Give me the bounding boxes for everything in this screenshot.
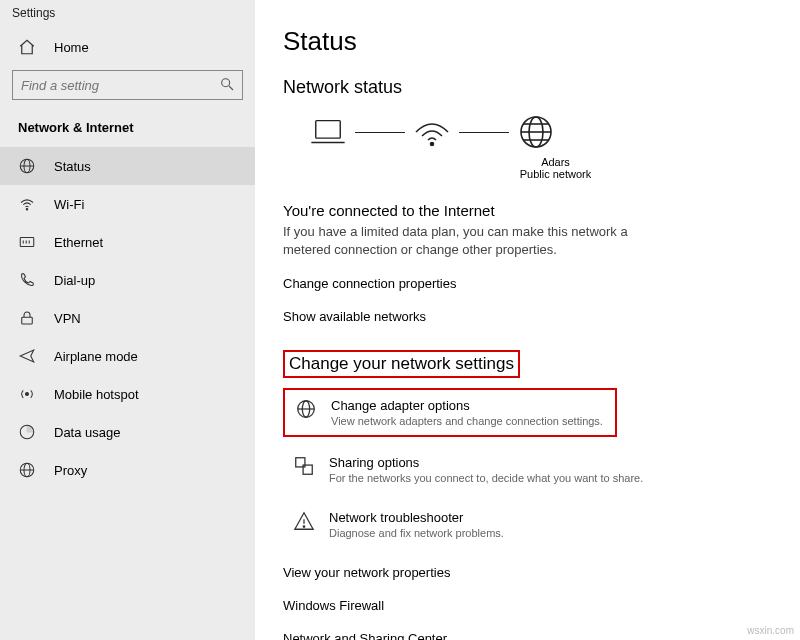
airplane-icon	[18, 347, 36, 365]
sidebar-item-label: Dial-up	[54, 273, 95, 288]
sidebar-item-wifi[interactable]: Wi-Fi	[0, 185, 255, 223]
data-icon	[18, 423, 36, 441]
svg-rect-10	[22, 317, 33, 324]
sidebar-item-status[interactable]: Status	[0, 147, 255, 185]
link-windows-firewall[interactable]: Windows Firewall	[283, 598, 780, 613]
connector-line	[459, 132, 509, 133]
option-title: Sharing options	[329, 455, 643, 470]
network-status-diagram	[305, 112, 780, 152]
watermark: wsxin.com	[747, 625, 794, 636]
sidebar-item-dialup[interactable]: Dial-up	[0, 261, 255, 299]
connection-type: Public network	[331, 168, 780, 180]
option-title: Change adapter options	[331, 398, 603, 413]
connected-sub: If you have a limited data plan, you can…	[283, 223, 643, 258]
svg-point-17	[431, 143, 434, 146]
link-network-properties[interactable]: View your network properties	[283, 565, 780, 580]
app-title: Settings	[0, 0, 255, 28]
svg-point-29	[303, 526, 304, 527]
option-sub: Diagnose and fix network problems.	[329, 527, 504, 539]
proxy-icon	[18, 461, 36, 479]
sidebar-item-vpn[interactable]: VPN	[0, 299, 255, 337]
main-content: Status Network status Adars Public netwo…	[255, 0, 800, 640]
hotspot-icon	[18, 385, 36, 403]
home-label: Home	[54, 40, 89, 55]
wifi-big-icon	[409, 112, 455, 152]
page-title: Status	[283, 26, 780, 57]
svg-point-5	[26, 209, 28, 211]
vpn-icon	[18, 309, 36, 327]
globe-big-icon	[513, 112, 559, 152]
home-icon	[18, 38, 36, 56]
sidebar-item-label: Status	[54, 159, 91, 174]
sidebar-item-hotspot[interactable]: Mobile hotspot	[0, 375, 255, 413]
option-change-adapter[interactable]: Change adapter options View network adap…	[283, 388, 617, 437]
search-container	[12, 70, 243, 100]
sidebar: Settings Home Network & Internet Status …	[0, 0, 255, 640]
sidebar-item-label: Airplane mode	[54, 349, 138, 364]
connected-title: You're connected to the Internet	[283, 202, 780, 219]
category-title: Network & Internet	[0, 114, 255, 147]
globe-icon	[18, 157, 36, 175]
change-connection-link[interactable]: Change connection properties	[283, 276, 780, 291]
network-status-heading: Network status	[283, 77, 780, 98]
change-settings-heading: Change your network settings	[283, 350, 520, 378]
svg-rect-16	[316, 121, 341, 139]
option-sub: For the networks you connect to, decide …	[329, 472, 643, 484]
sharing-icon	[293, 455, 315, 477]
link-network-sharing-center[interactable]: Network and Sharing Center	[283, 631, 780, 640]
warning-icon	[293, 510, 315, 532]
nav-list: Status Wi-Fi Ethernet Dial-up VPN	[0, 147, 255, 489]
connector-line	[355, 132, 405, 133]
ethernet-icon	[18, 233, 36, 251]
sidebar-item-airplane[interactable]: Airplane mode	[0, 337, 255, 375]
phone-icon	[18, 271, 36, 289]
option-troubleshooter[interactable]: Network troubleshooter Diagnose and fix …	[283, 502, 743, 547]
wifi-icon	[18, 195, 36, 213]
option-sharing[interactable]: Sharing options For the networks you con…	[283, 447, 743, 492]
laptop-icon	[305, 112, 351, 152]
sidebar-item-proxy[interactable]: Proxy	[0, 451, 255, 489]
sidebar-item-datausage[interactable]: Data usage	[0, 413, 255, 451]
sidebar-item-label: Ethernet	[54, 235, 103, 250]
sidebar-item-ethernet[interactable]: Ethernet	[0, 223, 255, 261]
search-input[interactable]	[12, 70, 243, 100]
svg-rect-6	[20, 238, 34, 247]
sidebar-item-label: Proxy	[54, 463, 87, 478]
option-sub: View network adapters and change connect…	[331, 415, 603, 427]
adapter-icon	[295, 398, 317, 420]
connection-name: Adars	[331, 156, 780, 168]
show-networks-link[interactable]: Show available networks	[283, 309, 780, 324]
home-button[interactable]: Home	[0, 28, 255, 68]
svg-point-0	[222, 79, 230, 87]
option-title: Network troubleshooter	[329, 510, 504, 525]
sidebar-item-label: Data usage	[54, 425, 121, 440]
sidebar-item-label: VPN	[54, 311, 81, 326]
search-icon	[219, 76, 235, 92]
svg-line-1	[229, 86, 233, 90]
svg-point-11	[26, 393, 29, 396]
sidebar-item-label: Wi-Fi	[54, 197, 84, 212]
connection-labels: Adars Public network	[331, 156, 780, 180]
sidebar-item-label: Mobile hotspot	[54, 387, 139, 402]
